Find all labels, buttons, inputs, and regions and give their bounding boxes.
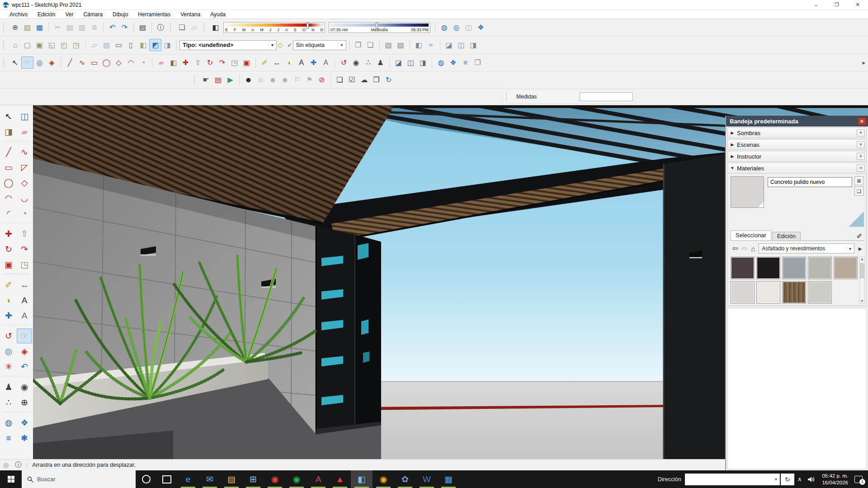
taskbar-app-chrome[interactable]: ◉ <box>264 470 286 488</box>
checklist-icon[interactable]: ☑ <box>346 74 358 86</box>
view-top-icon[interactable]: ▢ <box>21 39 33 51</box>
close-button[interactable]: ✕ <box>847 0 868 9</box>
arc-tool-icon[interactable]: ◠ <box>125 56 137 69</box>
view-right-icon[interactable]: ◱ <box>46 39 58 51</box>
save-icon[interactable]: ▦ <box>33 21 46 33</box>
swatch-gravel-tan[interactable] <box>834 257 858 279</box>
position-camera-tool[interactable]: ♟ <box>1 380 16 394</box>
tape-measure-tool-icon[interactable]: ✐ <box>259 56 271 69</box>
select-tool-icon[interactable]: ↖ <box>9 56 21 69</box>
swatch-concrete-smooth[interactable] <box>808 281 832 304</box>
section-cuts-toggle-icon[interactable]: ◫ <box>455 39 467 51</box>
tray-section-materiales[interactable]: ▼ Materiales ✕ <box>727 163 867 174</box>
text-tool-icon[interactable]: A <box>295 56 307 69</box>
axes-tool[interactable]: ✚ <box>1 308 16 323</box>
presentation-hand-icon[interactable]: ☛ <box>200 74 212 86</box>
line-tool-icon[interactable]: ╱ <box>64 56 76 69</box>
select-tool[interactable]: ↖ <box>1 109 16 124</box>
menu-ayuda[interactable]: Ayuda <box>205 11 231 18</box>
month-slider-thumb[interactable] <box>307 23 309 29</box>
tag-dropdown[interactable]: Sin etiqueta ▾ <box>293 40 346 50</box>
time-slider-thumb[interactable] <box>376 23 378 29</box>
shadows-toggle-icon[interactable]: ◧ <box>209 21 222 33</box>
open-icon[interactable]: ▨ <box>21 21 33 33</box>
dimension-tool[interactable]: ↔ <box>17 277 32 292</box>
style-shaded-icon[interactable]: ◧ <box>137 39 149 51</box>
zoom-previous-tool[interactable]: ↶ <box>17 359 32 374</box>
extension-warehouse-tool[interactable]: ❖ <box>17 415 32 430</box>
details-arrow-icon[interactable]: ► <box>857 245 863 252</box>
taskbar-app-autocad[interactable]: A <box>307 470 329 488</box>
rotate-tool[interactable]: ↻ <box>1 242 16 257</box>
back-edges-toggle-icon[interactable]: ▨ <box>382 39 395 51</box>
eyedropper-icon[interactable]: ✐ <box>856 232 862 240</box>
rotate-tool-icon[interactable]: ↻ <box>204 56 216 69</box>
paint-bucket-tool-icon[interactable]: ◧ <box>167 56 179 69</box>
toolbar-handle[interactable] <box>3 40 7 50</box>
tray-section-escenas[interactable]: ▶ Escenas ✕ <box>727 139 867 150</box>
circle-tool-icon[interactable]: ◯ <box>100 56 113 69</box>
make-component-tool[interactable]: ◫ <box>17 109 32 124</box>
3d-warehouse-tool-icon[interactable]: ◍ <box>435 56 447 69</box>
tray-section-sombras[interactable]: ▶ Sombras ✕ <box>727 127 867 138</box>
menu-archivo[interactable]: Archivo <box>5 11 33 18</box>
tag-icon[interactable]: ◇ <box>278 41 283 49</box>
menu-ventana[interactable]: Ventana <box>175 11 205 18</box>
scale-tool[interactable]: ◳ <box>17 257 32 272</box>
taskbar-search[interactable]: Buscar <box>22 470 136 488</box>
measurements-input[interactable] <box>580 92 633 101</box>
new-icon[interactable]: ⊕ <box>9 21 21 33</box>
hidden-icons-chevron[interactable]: ∧ <box>797 476 802 483</box>
tray-close-button[interactable]: ✕ <box>858 117 866 125</box>
components-tool-icon[interactable]: ❐ <box>472 56 484 69</box>
section-close-button[interactable]: ✕ <box>857 141 865 148</box>
section-close-button[interactable]: ✕ <box>857 164 865 172</box>
back-icon[interactable]: ⇦ <box>732 244 738 253</box>
freehand-tool-icon[interactable]: ∿ <box>76 56 88 69</box>
layers-tool[interactable]: ≡ <box>1 431 16 446</box>
swatch-concrete-gray[interactable] <box>782 257 806 279</box>
scrollbar-thumb[interactable] <box>860 263 864 278</box>
swatch-concrete-pale[interactable] <box>731 281 755 304</box>
offset-tool[interactable]: ▣ <box>1 257 16 272</box>
sync-icon[interactable]: ↻ <box>382 74 395 86</box>
two-point-arc-tool[interactable]: ◡ <box>17 191 32 206</box>
cortana-button[interactable] <box>136 470 156 488</box>
3d-text-tool[interactable]: A <box>17 308 32 323</box>
rotated-rectangle-tool[interactable]: ◸ <box>17 160 32 175</box>
xray-toggle-icon[interactable]: ▧ <box>395 39 407 51</box>
paste-icon[interactable]: ▥ <box>76 21 88 33</box>
section-display-tool-icon[interactable]: ◫ <box>405 56 417 69</box>
rectangle-tool-icon[interactable]: ▭ <box>88 56 100 69</box>
style-shaded-textures-icon[interactable]: ◩ <box>149 39 161 51</box>
play-animation-icon[interactable]: ▶ <box>224 74 236 86</box>
speaker-icon[interactable] <box>808 476 815 483</box>
section-cut-tool-icon[interactable]: ◨ <box>417 56 429 69</box>
menu-edicion[interactable]: Edición <box>33 11 60 18</box>
fog-toggle-icon[interactable]: ≈ <box>425 39 437 51</box>
create-material-button[interactable]: ⊞ <box>854 176 863 185</box>
delete-icon[interactable]: ⊗ <box>88 21 100 33</box>
toolbar-handle[interactable] <box>506 92 509 102</box>
polygon-tool-icon[interactable]: ◇ <box>113 56 125 69</box>
pie-tool-icon[interactable]: ◔ <box>137 56 149 69</box>
swatch-concrete-light[interactable] <box>808 257 832 279</box>
swatch-scrollbar[interactable]: ▲ ▼ <box>859 257 865 304</box>
menu-herramientas[interactable]: Herramientas <box>133 11 175 18</box>
walk-tool-icon[interactable]: ∴ <box>362 56 374 69</box>
view-left-icon[interactable]: ◳ <box>70 39 82 51</box>
toggle-terrain-icon[interactable]: ▱ <box>188 21 200 33</box>
toolbar-handle[interactable] <box>170 23 174 33</box>
tab-seleccionar[interactable]: Seleccionar <box>731 230 771 240</box>
zoom-tool[interactable]: ◎ <box>1 344 16 359</box>
3d-warehouse-icon[interactable]: ◎ <box>450 21 462 33</box>
forbid-icon[interactable]: ⊘ <box>316 74 328 86</box>
material-name-input[interactable] <box>768 177 852 187</box>
section-fill-toggle-icon[interactable]: ◨ <box>467 39 480 51</box>
people-gray-icon[interactable]: ☻ <box>267 74 279 86</box>
section-close-button[interactable]: ✕ <box>857 129 865 136</box>
extension-manager-tool[interactable]: ✱ <box>17 431 32 446</box>
taskbar-app-sketchup[interactable]: ◧ <box>351 470 373 488</box>
style-wireframe-icon[interactable]: ▭ <box>113 39 125 51</box>
style-xray-icon[interactable]: ▱ <box>88 39 100 51</box>
